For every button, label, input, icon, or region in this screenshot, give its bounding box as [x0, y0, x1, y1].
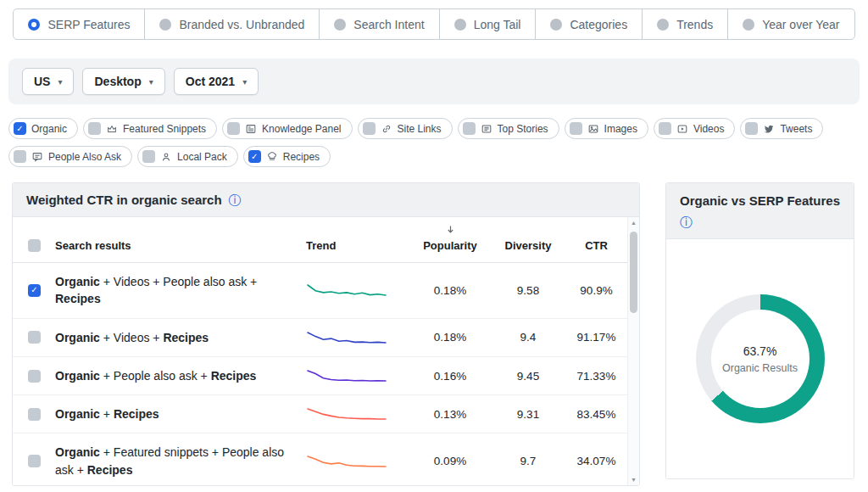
tab-label: Long Tail [474, 18, 521, 31]
table-scrollbar[interactable]: ▲ ▼ [627, 217, 639, 485]
radio-icon [159, 19, 171, 31]
search-result-combination: Organic + Recipes [55, 405, 306, 422]
search-result-combination: Organic + Videos + People also ask + Rec… [55, 273, 306, 308]
ctr-table: Search results Trend Popularity Diversit… [13, 217, 639, 485]
radio-selected-icon [28, 19, 40, 31]
tab-label: Branded vs. Unbranded [179, 18, 304, 31]
donut-chart-area: 63.7% Organic Results [666, 239, 854, 478]
feature-toggle-local-pack[interactable]: Local Pack [137, 146, 238, 167]
feature-toggle-label: Images [604, 123, 637, 135]
ctr-value: 90.9% [565, 284, 627, 297]
checkbox-icon [463, 122, 476, 135]
radio-icon [550, 19, 562, 31]
checkbox-icon [14, 150, 26, 163]
tab-categories[interactable]: Categories [536, 9, 643, 39]
select-all-checkbox[interactable] [28, 239, 41, 252]
trend-sparkline [306, 406, 409, 422]
feature-toggle-videos[interactable]: Videos [654, 118, 735, 139]
feature-toggle-knowledge-panel[interactable]: Knowledge Panel [222, 118, 352, 139]
radio-icon [334, 19, 346, 31]
search-result-combination: Organic + Videos + Recipes [55, 329, 306, 346]
row-checkbox[interactable] [28, 455, 41, 467]
featured-snippets-icon [106, 123, 118, 135]
feature-toggle-label: People Also Ask [48, 151, 121, 163]
feature-toggle-label: Recipes [283, 151, 320, 163]
chevron-down-icon: ▾ [242, 77, 247, 87]
feature-toggle-organic[interactable]: ✓Organic [8, 118, 78, 139]
col-ctr: CTR [565, 239, 627, 252]
row-checkbox-cell [13, 455, 55, 467]
row-checkbox-checked[interactable]: ✓ [28, 284, 41, 297]
feature-toggle-site-links[interactable]: Site Links [358, 118, 453, 139]
diversity-value: 9.4 [491, 331, 565, 344]
checkbox-checked-icon: ✓ [248, 150, 261, 163]
row-checkbox-cell [13, 331, 55, 344]
device-dropdown[interactable]: Desktop▾ [82, 68, 164, 95]
trend-sparkline [306, 282, 409, 298]
people-also-ask-icon [31, 151, 43, 163]
col-popularity[interactable]: Popularity [409, 224, 491, 252]
feature-toggle-featured-snippets[interactable]: Featured Snippets [83, 118, 217, 139]
feature-toggle-label: Videos [693, 123, 724, 135]
donut-value: 63.7% [743, 344, 777, 358]
videos-icon [676, 123, 688, 135]
radio-icon [657, 19, 669, 31]
table-header-row: Search results Trend Popularity Diversit… [13, 217, 627, 263]
organic-vs-serp-header: Organic vs SERP Features ⓘ [666, 183, 854, 239]
donut-center: 63.7% Organic Results [696, 294, 825, 423]
feature-toggle-recipes[interactable]: ✓Recipes [243, 146, 331, 167]
info-icon[interactable]: ⓘ [229, 193, 242, 206]
row-checkbox[interactable] [28, 370, 41, 383]
tab-long-tail[interactable]: Long Tail [440, 9, 537, 39]
header-checkbox-cell[interactable] [13, 239, 55, 252]
weighted-ctr-panel-header: Weighted CTR in organic search ⓘ [13, 183, 639, 217]
feature-toggle-tweets[interactable]: Tweets [740, 118, 823, 139]
diversity-value: 9.31 [491, 408, 565, 421]
tab-branded-vs-unbranded[interactable]: Branded vs. Unbranded [145, 9, 320, 39]
date-dropdown[interactable]: Oct 2021▾ [174, 68, 259, 95]
scrollbar-thumb[interactable] [630, 232, 637, 313]
device-dropdown-value: Desktop [94, 75, 141, 88]
checkbox-icon [363, 122, 376, 135]
scroll-down-icon[interactable]: ▼ [631, 477, 637, 483]
radio-icon [743, 19, 754, 31]
tab-year-over-year[interactable]: Year over Year [728, 9, 854, 39]
tab-label: Categories [570, 18, 627, 31]
table-row: ✓Organic + Videos + People also ask + Re… [13, 263, 627, 319]
feature-toggle-top-stories[interactable]: Top Stories [458, 118, 559, 139]
diversity-value: 9.58 [491, 284, 565, 297]
report-tabs: SERP FeaturesBranded vs. UnbrandedSearch… [13, 8, 854, 40]
trend-sparkline [306, 330, 409, 345]
tweets-icon [763, 123, 775, 135]
serp-features-dashboard: SERP FeaturesBranded vs. UnbrandedSearch… [0, 0, 868, 486]
info-icon[interactable]: ⓘ [680, 215, 840, 228]
tab-trends[interactable]: Trends [643, 9, 728, 39]
feature-toggle-label: Organic [31, 123, 67, 135]
tab-label: Trends [676, 18, 713, 31]
weighted-ctr-title: Weighted CTR in organic search [26, 193, 222, 207]
tab-serp-features[interactable]: SERP Features [14, 9, 145, 39]
date-dropdown-value: Oct 2021 [186, 75, 235, 88]
tab-search-intent[interactable]: Search Intent [320, 9, 439, 39]
row-checkbox[interactable] [28, 331, 41, 344]
feature-toggle-label: Site Links [398, 123, 442, 135]
col-diversity: Diversity [491, 239, 565, 252]
row-checkbox[interactable] [28, 408, 41, 421]
checkbox-icon [227, 122, 240, 135]
filter-bar: US▾Desktop▾Oct 2021▾ [8, 59, 860, 104]
ctr-value: 34.07% [565, 455, 627, 467]
serp-feature-filters: ✓OrganicFeatured SnippetsKnowledge Panel… [8, 118, 860, 167]
feature-toggle-people-also-ask[interactable]: People Also Ask [8, 146, 132, 167]
main-content: Weighted CTR in organic search ⓘ Search … [12, 182, 854, 486]
scroll-up-icon[interactable]: ▲ [631, 220, 637, 226]
col-trend: Trend [306, 239, 409, 252]
feature-toggle-label: Local Pack [177, 151, 227, 163]
report-tabs-wrap: SERP FeaturesBranded vs. UnbrandedSearch… [0, 0, 868, 40]
popularity-value: 0.09% [409, 455, 491, 467]
feature-toggle-images[interactable]: Images [565, 118, 648, 139]
table-row: Organic + People also ask + Recipes0.16%… [13, 357, 627, 395]
table-row: Organic + Videos + Recipes0.18%9.491.17% [13, 319, 627, 357]
local-pack-icon [160, 151, 172, 163]
country-dropdown[interactable]: US▾ [22, 68, 74, 95]
checkbox-icon [745, 122, 758, 135]
